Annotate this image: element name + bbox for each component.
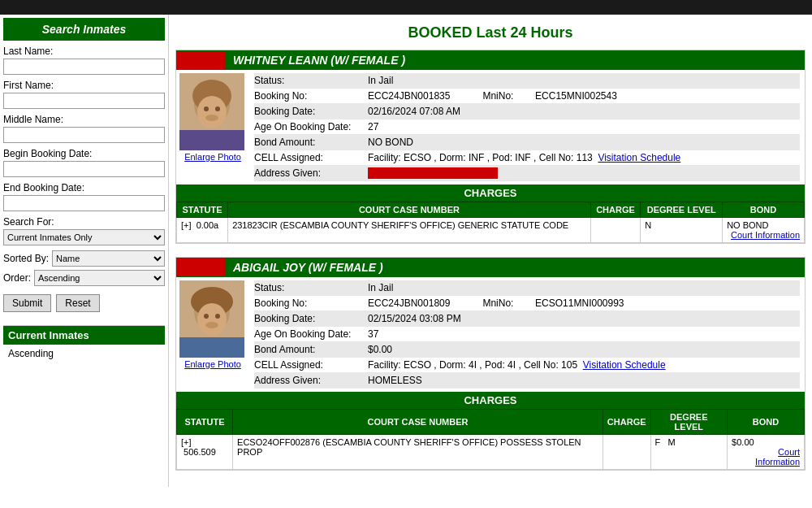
degree-cell-2: F M	[650, 435, 728, 470]
address-row-2: Address Given: HOMELESS	[254, 373, 800, 389]
page-title: BOOKED Last 24 Hours	[175, 18, 806, 50]
booking-date-label-1: Booking Date:	[254, 106, 368, 117]
status-label-1: Status:	[254, 75, 368, 86]
main-layout: Search Inmates Last Name: First Name: Mi…	[0, 15, 812, 487]
bond-row-1: Bond Amount: NO BOND	[254, 135, 800, 150]
booking-no-row-2: Booking No: ECC24JBN001809 MniNo: ECSO11…	[254, 296, 800, 311]
visitation-link-2[interactable]: Visitation Schedule	[583, 359, 666, 371]
charges-section-1: CHARGES STATUTE COURT CASE NUMBER CHARGE…	[176, 185, 805, 243]
bond-row-2: Bond Amount: $0.00	[254, 342, 800, 358]
charges-header-row-1: STATUTE COURT CASE NUMBER CHARGE DEGREE …	[177, 202, 805, 218]
svg-point-12	[204, 314, 209, 319]
col-charge-1: CHARGE	[590, 202, 641, 218]
end-booking-input[interactable]	[3, 195, 165, 211]
order-select[interactable]: Ascending Descending	[34, 270, 165, 286]
bond-cell-2: $0.00 Court Information	[728, 435, 805, 470]
sorted-by-label: Sorted By:	[3, 253, 49, 264]
last-name-input[interactable]	[3, 59, 165, 75]
charges-header-2: CHARGES	[176, 392, 805, 409]
end-booking-label: End Booking Date:	[3, 182, 165, 193]
court-case-cell-1: 231823CIR (ESCAMBIA COUNTY SHERIFF'S OFF…	[228, 218, 591, 243]
inmate-name-1: WHITNEY LEANN (W/ FEMALE )	[225, 50, 413, 70]
enlarge-link-2[interactable]: Enlarge Photo	[179, 359, 246, 369]
photo-col-1: Enlarge Photo	[176, 70, 249, 185]
top-bar	[0, 0, 812, 15]
booking-no-value-2: ECC24JBN001809 MniNo: ECSO11MNI000993	[368, 297, 800, 309]
cell-value-1: Facility: ECSO , Dorm: INF , Pod: INF , …	[368, 152, 800, 163]
charges-header-1: CHARGES	[176, 185, 805, 202]
statute-cell-2: [+] 506.509	[177, 435, 233, 470]
address-label-1: Address Given:	[254, 167, 368, 179]
face-svg-2	[179, 280, 244, 358]
visitation-link-1[interactable]: Visitation Schedule	[598, 152, 680, 163]
inmate-photo-1	[179, 73, 244, 150]
sort-options: Ascending	[3, 345, 165, 363]
court-info-link-2[interactable]: Court Information	[732, 447, 800, 467]
age-value-2: 37	[368, 328, 800, 340]
booking-no-row-1: Booking No: ECC24JBN001835 MniNo: ECC15M…	[254, 89, 800, 104]
order-row: Order: Ascending Descending	[3, 270, 165, 286]
court-case-cell-2: ECSO24OFF002876 (ESCAMBIA COUNTY SHERIFF…	[233, 435, 603, 470]
current-inmates-title: Current Inmates	[3, 326, 165, 345]
cell-label-1: CELL Assigned:	[254, 152, 368, 163]
col-statute-1: STATUTE	[177, 202, 228, 218]
address-label-2: Address Given:	[254, 375, 368, 386]
age-row-2: Age On Booking Date: 37	[254, 327, 800, 342]
submit-button[interactable]: Submit	[3, 294, 51, 312]
first-name-label: First Name:	[3, 80, 165, 91]
photo-col-2: Enlarge Photo	[176, 277, 249, 392]
address-row-1: Address Given:	[254, 166, 800, 181]
booking-date-label-2: Booking Date:	[254, 313, 368, 324]
face-svg-1	[179, 73, 244, 150]
age-row-1: Age On Booking Date: 27	[254, 119, 800, 135]
sorted-by-select[interactable]: Name Booking Date	[52, 250, 165, 267]
bond-label-2: Bond Amount:	[254, 344, 368, 355]
svg-point-5	[215, 106, 220, 111]
status-row-1: Status: In Jail	[254, 73, 800, 89]
cell-row-2: CELL Assigned: Facility: ECSO , Dorm: 4I…	[254, 358, 800, 373]
inmate-body-2: Enlarge Photo Status: In Jail Booking No…	[176, 277, 805, 392]
cell-label-2: CELL Assigned:	[254, 359, 368, 371]
status-label-2: Status:	[254, 282, 368, 293]
address-value-2: HOMELESS	[368, 375, 800, 386]
middle-name-input[interactable]	[3, 127, 165, 143]
sidebar-title: Search Inmates	[3, 18, 165, 41]
order-label: Order:	[3, 272, 31, 284]
begin-booking-input[interactable]	[3, 161, 165, 177]
booking-date-value-1: 02/16/2024 07:08 AM	[368, 106, 800, 117]
reset-button[interactable]: Reset	[56, 294, 99, 312]
charges-table-2: STATUTE COURT CASE NUMBER CHARGE DEGREE …	[176, 409, 805, 470]
address-value-1	[368, 167, 800, 179]
bond-value-1: NO BOND	[368, 137, 800, 148]
search-for-select[interactable]: Current Inmates Only All Inmates	[3, 229, 165, 245]
enlarge-link-1[interactable]: Enlarge Photo	[179, 152, 246, 162]
sorted-by-row: Sorted By: Name Booking Date	[3, 250, 165, 267]
inmate-body-1: Enlarge Photo Status: In Jail Booking No…	[176, 70, 805, 185]
booking-date-row-1: Booking Date: 02/16/2024 07:08 AM	[254, 104, 800, 119]
booking-date-value-2: 02/15/2024 03:08 PM	[368, 313, 800, 324]
status-value-2: In Jail	[368, 282, 800, 293]
ascending-label: Ascending	[8, 348, 54, 359]
bond-label-1: Bond Amount:	[254, 137, 368, 148]
charges-table-1: STATUTE COURT CASE NUMBER CHARGE DEGREE …	[176, 202, 805, 243]
svg-point-14	[205, 322, 218, 328]
inmate-photo-2	[179, 280, 244, 358]
inmate-name-2: ABIGAIL JOY (W/ FEMALE )	[225, 258, 391, 277]
col-court-case-1: COURT CASE NUMBER	[228, 202, 591, 218]
charge-cell-1	[590, 218, 641, 243]
inmate-card-1: WHITNEY LEANN (W/ FEMALE )	[175, 50, 806, 244]
current-inmates-section: Current Inmates Ascending	[3, 325, 165, 363]
court-info-link-1[interactable]: Court Information	[727, 230, 800, 240]
button-row: Submit Reset	[3, 294, 165, 312]
last-name-label: Last Name:	[3, 46, 165, 57]
inmate-header-2: ABIGAIL JOY (W/ FEMALE )	[176, 258, 805, 277]
col-court-case-2: COURT CASE NUMBER	[233, 410, 603, 435]
svg-rect-15	[179, 337, 244, 358]
inmate-info-1: Status: In Jail Booking No: ECC24JBN0018…	[249, 70, 805, 185]
cell-row-1: CELL Assigned: Facility: ECSO , Dorm: IN…	[254, 150, 800, 166]
age-label-2: Age On Booking Date:	[254, 328, 368, 340]
main-content: BOOKED Last 24 Hours WHITNEY LEANN (W/ F…	[169, 15, 812, 487]
first-name-input[interactable]	[3, 93, 165, 109]
svg-point-4	[204, 106, 209, 111]
booking-date-row-2: Booking Date: 02/15/2024 03:08 PM	[254, 311, 800, 327]
